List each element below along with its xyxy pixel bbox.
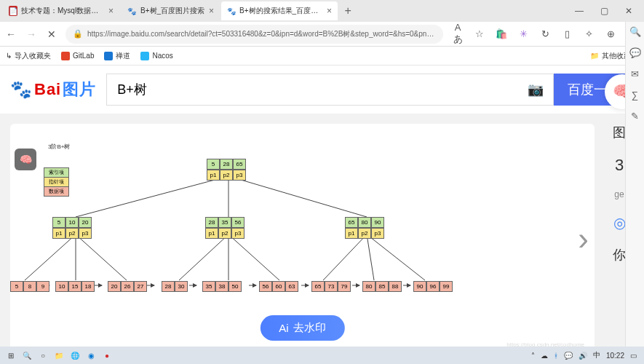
internal-node-c: 658090 p1p2p3 [345,217,384,239]
leaf-node: 202627 [108,281,147,292]
lock-icon: 🔒 [73,29,83,39]
cortana-icon[interactable]: ○ [35,348,51,363]
bookmark-zentao[interactable]: 禅道 [104,51,130,61]
browser-tab-2[interactable]: 🐾 B+树的搜索结果_百度图片搜索 × [221,1,338,20]
leaf-node: 2830 [162,281,188,292]
downloads-icon[interactable]: ⊕ [603,28,618,39]
svg-line-8 [228,234,279,280]
maximize-button[interactable]: ▢ [592,6,616,16]
favorite-icon[interactable]: ☆ [472,28,487,39]
address-bar: ← → ✕ 🔒 https://image.baidu.com/search/d… [0,22,644,47]
leaf-node: 657379 [311,281,351,292]
circle-icon[interactable]: ◎ [613,214,626,232]
notifications-icon[interactable]: ▭ [630,352,637,360]
diagram-legend: 索引项 指针项 数据项 [44,167,69,196]
tray-expand-icon[interactable]: ˄ [531,352,535,360]
tray-ime-icon[interactable]: 中 [593,350,600,360]
search-sidebar-icon[interactable]: 🔍 [629,26,641,37]
window-controls: — ▢ ✕ [567,6,641,16]
search-taskbar-icon[interactable]: 🔍 [19,348,35,363]
math-sidebar-icon[interactable]: ∑ [632,90,638,100]
stop-reload-button[interactable]: ✕ [45,28,58,40]
search-input[interactable] [106,74,517,106]
tab-label: 技术专题：Mysql数据库（视图… [21,6,104,16]
tray-bluetooth-icon[interactable]: ᚼ [554,352,558,360]
collections-icon[interactable]: ✧ [581,28,596,39]
svg-line-6 [179,234,228,280]
ai-icon: Ai [279,322,288,334]
tab-close-icon[interactable]: × [108,6,114,16]
url-input[interactable]: 🔒 https://image.baidu.com/search/detail?… [65,25,443,44]
chat-sidebar-icon[interactable]: 💬 [629,47,641,58]
leaf-node: 808588 [362,281,402,292]
gitlab-icon [61,52,70,60]
close-window-button[interactable]: ✕ [616,6,641,16]
mail-sidebar-icon[interactable]: ✉ [631,68,639,79]
next-image-button[interactable]: › [578,221,589,257]
paw-icon: 🐾 [10,79,33,100]
content-area: 🧠 3阶B+树 索引项 指针项 数据项 52865 p1p2p3 51020 p… [0,114,644,364]
diagram-title: 3阶B+树 [48,143,70,151]
folder-icon: 📁 [590,52,599,60]
svg-line-0 [76,176,228,217]
leaf-node: 101518 [55,281,95,292]
windows-taskbar: ⊞ 🔍 ○ 📁 🌐 ◉ ● ˄ ☁ ᚼ 💬 🔊 中 10:22 ▭ [0,347,644,364]
svg-line-5 [76,234,127,280]
leaf-node: 566063 [259,281,298,292]
browser-tab-1[interactable]: 🐾 B+树_百度图片搜索 × [121,1,220,20]
svg-line-10 [367,234,374,280]
translate-icon[interactable]: Aあ [450,22,465,46]
remove-watermark-button[interactable]: Ai 去水印 [260,315,344,341]
edge-sidebar: 🔍 💬 ✉ ∑ ✎ ⚙ [625,22,644,364]
bookmarks-bar: ↳ 导入收藏夹 GitLab 禅道 Nacos 📁 其他收藏夹 [0,47,644,66]
tab-close-icon[interactable]: × [209,6,214,16]
svg-line-9 [323,234,367,280]
tray-cloud-icon[interactable]: ☁ [541,352,548,360]
tab-favicon: 🐾 [227,6,236,16]
minimize-button[interactable]: — [567,6,592,16]
brain-icon: 🧠 [15,149,36,170]
explorer-icon[interactable]: 📁 [51,348,67,363]
import-bookmarks[interactable]: ↳ 导入收藏夹 [6,51,51,61]
side-label-2: 3 [615,156,624,175]
import-icon: ↳ [6,52,12,60]
tools-sidebar-icon[interactable]: ✎ [631,111,639,122]
recording-icon[interactable]: ● [99,348,115,363]
new-tab-button[interactable]: + [339,4,357,17]
tab-label: B+树_百度图片搜索 [140,6,204,16]
refresh-ext-icon[interactable]: ↻ [538,28,552,39]
leaf-node: 589 [10,281,49,292]
svg-line-11 [367,234,425,280]
tab-close-icon[interactable]: × [327,6,332,16]
camera-search-icon[interactable]: 📷 [517,74,554,106]
tab-favicon: 📄 [9,6,17,16]
back-button[interactable]: ← [4,28,17,40]
chrome-icon[interactable]: 🌐 [67,348,83,363]
start-button[interactable]: ⊞ [3,348,19,363]
system-tray: ˄ ☁ ᚼ 💬 🔊 中 10:22 ▭ [531,350,641,360]
bookmark-gitlab[interactable]: GitLab [61,52,94,60]
extension-icon[interactable]: ✳ [516,28,530,39]
zentao-icon [104,52,113,60]
tray-wechat-icon[interactable]: 💬 [564,352,573,360]
tray-volume-icon[interactable]: 🔊 [579,352,587,360]
forward-button[interactable]: → [25,28,38,40]
page-header: 🐾 Bai 图片 📷 百度一下 🧠 [0,66,644,114]
window-tab-bar: 📄 技术专题：Mysql数据库（视图… × 🐾 B+树_百度图片搜索 × 🐾 B… [0,0,644,22]
edge-icon[interactable]: ◉ [83,348,99,363]
side-label-you: 你 [613,246,626,264]
side-label-1: 图 [613,124,626,141]
svg-line-2 [228,176,367,217]
tabs-icon[interactable]: ▯ [560,28,574,39]
bookmark-nacos[interactable]: Nacos [140,52,172,60]
internal-node-a: 51020 p1p2p3 [52,217,92,239]
tray-time[interactable]: 10:22 [606,352,624,360]
browser-tab-0[interactable]: 📄 技术专题：Mysql数据库（视图… × [3,1,119,20]
search-box: 📷 百度一下 [106,74,634,106]
shopping-icon[interactable]: 🛍️ [494,28,509,39]
baidu-logo[interactable]: 🐾 Bai 图片 [10,79,96,100]
url-text: https://image.baidu.com/search/detail?ct… [87,29,434,39]
leaf-node: 909699 [413,281,453,292]
internal-node-b: 283556 p1p2p3 [205,217,245,239]
image-viewer: 🧠 3阶B+树 索引项 指针项 数据项 52865 p1p2p3 51020 p… [10,124,595,354]
